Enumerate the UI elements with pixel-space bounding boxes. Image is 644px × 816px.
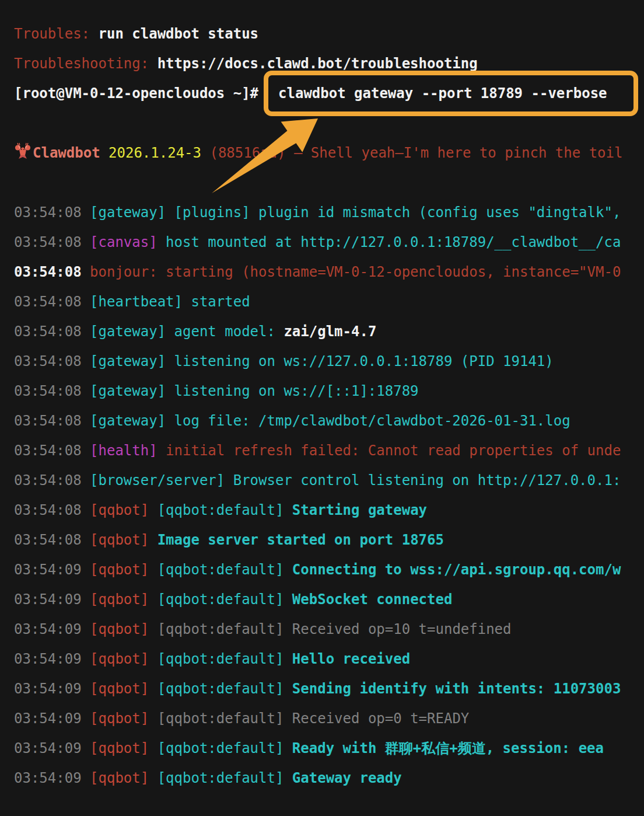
log-segment: 03:54:08: [14, 204, 90, 221]
lobster-emoji-icon: [14, 142, 32, 160]
command-text: clawdbot gateway --port 18789 --verbose: [278, 85, 607, 102]
log-line: 03:54:08 [qqbot] [qqbot:default] Startin…: [14, 496, 644, 525]
log-line: 03:54:09 [qqbot] [qqbot:default] Ready w…: [14, 734, 644, 763]
troubleshooting-label: Troubleshooting:: [14, 55, 149, 72]
log-line: 03:54:08 bonjour: starting (hostname=VM-…: [14, 257, 644, 287]
log-segment: [gateway] [plugins] plugin id mismatch (…: [90, 204, 621, 221]
banner-line: Clawdbot 2026.1.24-3 (88516ad) — Shell y…: [14, 138, 644, 168]
log-line: 03:54:08 [gateway] log file: /tmp/clawdb…: [14, 406, 644, 436]
log-segment: [qqbot:default] Received op=0 t=READY: [149, 710, 469, 727]
log-segment: zai/glm-4.7: [284, 323, 376, 340]
troubles-line: Troubles: run clawdbot status: [14, 19, 644, 49]
troubles-value: run clawdbot status: [90, 26, 258, 42]
log-line: 03:54:09 [qqbot] [qqbot:default] Gateway…: [14, 763, 644, 793]
log-segment: [qqbot]: [90, 591, 149, 608]
log-line: 03:54:08 [health] initial refresh failed…: [14, 436, 644, 466]
log-segment: [qqbot:default]: [149, 502, 292, 518]
log-line: 03:54:09 [qqbot] [qqbot:default] Connect…: [14, 555, 644, 585]
log-line: 03:54:09 [qqbot] [qqbot:default] Receive…: [14, 615, 644, 644]
log-segment: [qqbot]: [90, 770, 149, 786]
log-segment: bonjour: starting (hostname=VM-0-12-open…: [90, 264, 621, 280]
log-segment: Hello received: [292, 651, 410, 667]
log-segment: [heartbeat] started: [90, 294, 250, 310]
log-segment: 03:54:09: [14, 740, 90, 756]
log-segment: [browser/server] Browser control listeni…: [90, 472, 621, 489]
log-segment: 03:54:08: [14, 532, 90, 548]
log-segment: 03:54:08: [14, 383, 90, 399]
shell-prompt-line: [root@VM-0-12-opencloudos ~]#clawdbot ga…: [14, 79, 644, 109]
app-tagline: (88516ad) — Shell yeah—I'm here to pinch…: [201, 145, 622, 161]
troubles-label: Troubles:: [14, 26, 90, 42]
log-segment: Image server started on port 18765: [158, 532, 444, 548]
app-version: 2026.1.24-3: [100, 145, 201, 161]
log-segment: 03:54:09: [14, 710, 90, 727]
log-line: 03:54:09 [qqbot] [qqbot:default] Sending…: [14, 674, 644, 704]
log-line: 03:54:09 [qqbot] [qqbot:default] Hello r…: [14, 644, 644, 674]
log-segment: [gateway] log file: /tmp/clawdbot/clawdb…: [90, 413, 570, 429]
log-line: 03:54:08 [gateway] agent model: zai/glm-…: [14, 317, 644, 347]
log-segment: 03:54:08: [14, 502, 90, 518]
log-segment: 03:54:08: [14, 413, 90, 429]
log-segment: 03:54:09: [14, 591, 90, 608]
log-segment: 03:54:08: [14, 353, 90, 369]
log-segment: [qqbot]: [90, 621, 149, 637]
log-line: 03:54:08 [heartbeat] started: [14, 287, 644, 317]
log-line: 03:54:08 [gateway] listening on ws://[::…: [14, 376, 644, 406]
log-segment: [qqbot:default] Received op=10 t=undefin…: [149, 621, 511, 637]
log-segment: 03:54:08: [14, 442, 90, 459]
log-segment: [canvas]: [90, 234, 158, 250]
log-segment: 03:54:09: [14, 621, 90, 637]
log-segment: [qqbot:default]: [149, 770, 292, 786]
log-segment: [qqbot]: [90, 681, 149, 697]
log-line: 03:54:09 [qqbot] [qqbot:default] WebSock…: [14, 585, 644, 615]
log-segment: [health]: [90, 442, 158, 459]
log-segment: [gateway] listening on ws://127.0.0.1:18…: [90, 353, 554, 369]
log-segment: 03:54:08: [14, 294, 90, 310]
log-segment: [qqbot]: [90, 562, 149, 578]
log-segment: [qqbot]: [90, 651, 149, 667]
troubleshooting-url-link[interactable]: https://docs.clawd.bot/troubleshooting: [149, 55, 478, 72]
log-segment: 03:54:09: [14, 681, 90, 697]
log-line: 03:54:08 [qqbot] Image server started on…: [14, 525, 644, 555]
app-name: Clawdbot: [33, 145, 100, 161]
log-segment: [qqbot]: [90, 710, 149, 727]
log-line: 03:54:08 [browser/server] Browser contro…: [14, 466, 644, 496]
blank-line: [14, 109, 644, 138]
log-segment: 03:54:08: [14, 264, 90, 280]
log-segment: Connecting to wss://api.sgroup.qq.com/w: [292, 562, 621, 578]
log-segment: 03:54:08: [14, 234, 90, 250]
log-segment: [qqbot:default]: [149, 651, 292, 667]
log-segment: 03:54:09: [14, 651, 90, 667]
log-segment: [qqbot]: [90, 532, 149, 548]
log-segment: [gateway] agent model:: [90, 323, 284, 340]
log-segment: [qqbot:default]: [149, 740, 292, 756]
log-line: 03:54:08 [canvas] host mounted at http:/…: [14, 228, 644, 257]
log-segment: Gateway ready: [292, 770, 402, 786]
log-segment: Ready with 群聊+私信+频道, session: eea: [292, 740, 604, 756]
shell-prompt: [root@VM-0-12-opencloudos ~]#: [14, 85, 258, 102]
log-segment: [qqbot:default]: [149, 591, 292, 608]
log-segment: 03:54:08: [14, 472, 90, 489]
log-line: 03:54:08 [gateway] listening on ws://127…: [14, 347, 644, 376]
log-segment: [qqbot]: [90, 740, 149, 756]
log-output: 03:54:08 [gateway] [plugins] plugin id m…: [14, 198, 644, 793]
log-segment: Sending identify with intents: 11073003: [292, 681, 621, 697]
log-segment: [qqbot]: [90, 502, 149, 518]
log-line: 03:54:09 [qqbot] [qqbot:default] Receive…: [14, 704, 644, 734]
log-segment: [149, 532, 157, 548]
log-segment: [qqbot:default]: [149, 562, 292, 578]
log-segment: [gateway] listening on ws://[::1]:18789: [90, 383, 419, 399]
log-segment: host mounted at http://127.0.0.1:18789/_…: [158, 234, 621, 250]
blank-line: [14, 168, 644, 198]
log-segment: [qqbot:default]: [149, 681, 292, 697]
log-segment: 03:54:09: [14, 770, 90, 786]
log-segment: WebSocket connected: [292, 591, 453, 608]
log-segment: Starting gateway: [292, 502, 427, 518]
troubleshooting-line: Troubleshooting: https://docs.clawd.bot/…: [14, 49, 644, 79]
log-segment: 03:54:09: [14, 562, 90, 578]
log-line: 03:54:08 [gateway] [plugins] plugin id m…: [14, 198, 644, 228]
log-segment: initial refresh failed: Cannot read prop…: [158, 442, 621, 459]
terminal-window: Troubles: run clawdbot status Troublesho…: [0, 0, 644, 816]
log-segment: 03:54:08: [14, 323, 90, 340]
